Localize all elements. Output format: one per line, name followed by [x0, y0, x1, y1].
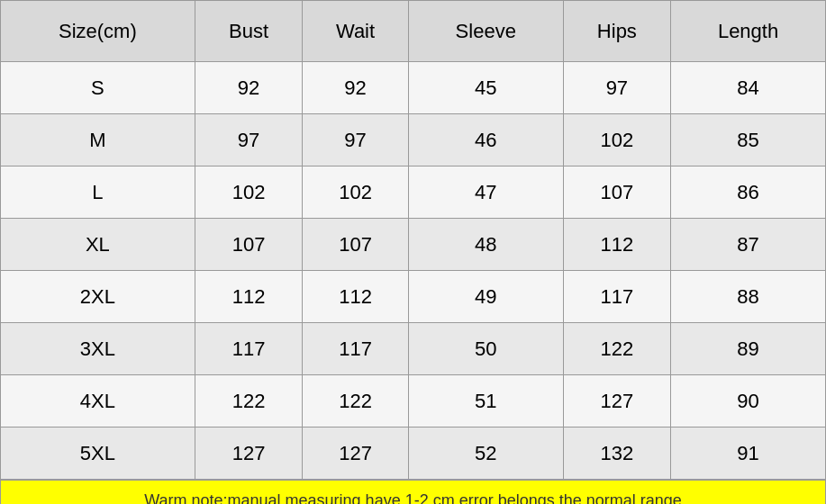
header-sleeve: Sleeve [408, 1, 563, 62]
table-row: 5XL1271275213291 [1, 428, 826, 480]
header-bust: Bust [195, 1, 302, 62]
header-length: Length [671, 1, 826, 62]
size-value: 102 [195, 166, 302, 219]
table-header-row: Size(cm) Bust Wait Sleeve Hips Length [1, 1, 826, 62]
size-value: 49 [408, 271, 563, 323]
size-value: 107 [563, 166, 670, 219]
size-value: 97 [195, 114, 302, 166]
size-value: 86 [671, 166, 826, 219]
size-value: 122 [303, 375, 409, 428]
size-value: 89 [671, 323, 826, 375]
header-size: Size(cm) [1, 1, 195, 62]
size-value: 46 [408, 114, 563, 166]
size-value: 122 [195, 375, 302, 428]
size-value: 97 [303, 114, 409, 166]
footer-note: Warm note:manual measuring have 1-2 cm e… [0, 480, 826, 504]
size-value: 52 [408, 428, 563, 480]
size-value: 92 [303, 62, 409, 114]
size-value: 117 [563, 271, 670, 323]
size-value: 102 [303, 166, 409, 219]
size-value: 85 [671, 114, 826, 166]
size-value: 92 [195, 62, 302, 114]
size-label: 5XL [1, 428, 195, 480]
size-value: 51 [408, 375, 563, 428]
size-chart-table: Size(cm) Bust Wait Sleeve Hips Length S9… [0, 0, 826, 480]
table-row: 2XL1121124911788 [1, 271, 826, 323]
table-row: 4XL1221225112790 [1, 375, 826, 428]
size-label: XL [1, 219, 195, 271]
main-container: Size(cm) Bust Wait Sleeve Hips Length S9… [0, 0, 826, 504]
size-label: M [1, 114, 195, 166]
size-value: 117 [303, 323, 409, 375]
size-value: 48 [408, 219, 563, 271]
size-value: 87 [671, 219, 826, 271]
size-value: 90 [671, 375, 826, 428]
size-value: 112 [563, 219, 670, 271]
size-value: 132 [563, 428, 670, 480]
size-value: 107 [195, 219, 302, 271]
size-value: 47 [408, 166, 563, 219]
size-label: L [1, 166, 195, 219]
size-value: 127 [563, 375, 670, 428]
table-row: S9292459784 [1, 62, 826, 114]
size-value: 91 [671, 428, 826, 480]
size-value: 127 [195, 428, 302, 480]
size-value: 107 [303, 219, 409, 271]
size-label: 2XL [1, 271, 195, 323]
size-value: 45 [408, 62, 563, 114]
header-hips: Hips [563, 1, 670, 62]
table-row: M97974610285 [1, 114, 826, 166]
table-row: XL1071074811287 [1, 219, 826, 271]
size-value: 127 [303, 428, 409, 480]
size-value: 88 [671, 271, 826, 323]
size-label: 4XL [1, 375, 195, 428]
size-value: 112 [303, 271, 409, 323]
size-value: 117 [195, 323, 302, 375]
table-row: 3XL1171175012289 [1, 323, 826, 375]
size-value: 97 [563, 62, 670, 114]
size-value: 102 [563, 114, 670, 166]
size-value: 122 [563, 323, 670, 375]
size-value: 112 [195, 271, 302, 323]
size-label: S [1, 62, 195, 114]
size-value: 50 [408, 323, 563, 375]
size-label: 3XL [1, 323, 195, 375]
header-wait: Wait [303, 1, 409, 62]
size-value: 84 [671, 62, 826, 114]
table-row: L1021024710786 [1, 166, 826, 219]
